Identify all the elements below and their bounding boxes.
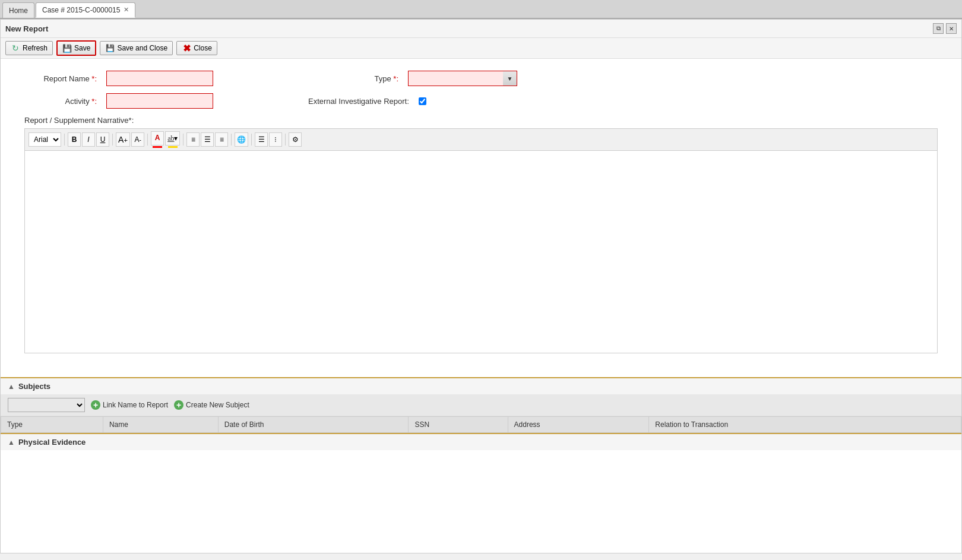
type-dropdown-btn[interactable]: ▼ (503, 71, 517, 86)
form-row-2: Activity *: External Investigative Repor… (24, 93, 938, 109)
tab-case[interactable]: Case # 2015-C-0000015 ✕ (36, 2, 135, 18)
create-subject-label: Create New Subject (186, 401, 249, 409)
rte-divider-4 (183, 134, 183, 145)
col-dob: Date of Birth (218, 417, 409, 433)
rte-container: Arial B I U A+ A- A (24, 128, 938, 353)
rte-divider-7 (285, 134, 286, 145)
type-input[interactable] (408, 71, 503, 86)
close-label: Close (194, 44, 212, 52)
physical-evidence-collapse-icon: ▲ (8, 438, 15, 447)
rte-underline-btn[interactable]: U (96, 132, 109, 147)
rte-divider-3 (147, 134, 148, 145)
font-color-btn-wrap: A (151, 131, 164, 148)
rte-align-center-btn[interactable]: ☰ (201, 132, 214, 147)
subjects-table-header-row: Type Name Date of Birth SSN Address Rela… (1, 417, 961, 433)
rte-image-btn[interactable]: 🌐 (235, 132, 248, 147)
tab-home-label: Home (9, 7, 28, 15)
save-close-label: Save and Close (117, 44, 167, 52)
col-relation: Relation to Transaction (649, 417, 961, 433)
tab-home[interactable]: Home (2, 2, 34, 18)
window-area: New Report ⧉ ✕ ↻ Refresh 💾 Save 💾 Save a… (0, 19, 962, 553)
rte-divider-6 (251, 134, 252, 145)
rte-font-increase-btn[interactable]: A+ (116, 132, 130, 147)
physical-evidence-header[interactable]: ▲ Physical Evidence (1, 433, 961, 450)
form-area: Report Name *: Type *: ▼ (1, 59, 961, 377)
form-row-1: Report Name *: Type *: ▼ (24, 71, 938, 86)
window-controls: ⧉ ✕ (933, 23, 957, 34)
save-close-icon: 💾 (105, 43, 115, 53)
rte-divider-2 (112, 134, 113, 145)
subjects-section-header[interactable]: ▲ Subjects (1, 378, 961, 394)
window-close-btn[interactable]: ✕ (946, 23, 957, 34)
create-subject-btn[interactable]: + Create New Subject (174, 400, 249, 410)
refresh-label: Refresh (23, 44, 48, 52)
rte-unordered-list-btn[interactable]: ⁝ (269, 132, 282, 147)
save-icon: 💾 (62, 43, 72, 53)
save-close-button[interactable]: 💾 Save and Close (100, 41, 173, 55)
link-plus-icon: + (91, 400, 100, 410)
subjects-table: Type Name Date of Birth SSN Address Rela… (1, 416, 961, 433)
rte-toolbar: Arial B I U A+ A- A (25, 129, 937, 151)
save-label: Save (74, 44, 90, 52)
narrative-label: Report / Supplement Narrative*: (24, 116, 134, 125)
report-name-required: *: (91, 74, 97, 83)
window-title: New Report (5, 24, 48, 33)
rte-font-color-btn[interactable]: A (151, 131, 164, 145)
tab-case-close-icon[interactable]: ✕ (124, 6, 129, 14)
physical-evidence-title: Physical Evidence (18, 438, 86, 447)
subjects-section: ▲ Subjects + Link Name to Report + Creat… (1, 378, 961, 433)
rte-divider-1 (64, 134, 65, 145)
col-type: Type (1, 417, 103, 433)
activity-input[interactable] (106, 93, 213, 109)
type-group: Type *: ▼ (368, 71, 517, 86)
activity-required: *: (91, 97, 97, 106)
col-name: Name (103, 417, 218, 433)
close-button[interactable]: ✖ Close (176, 41, 217, 55)
highlight-color-btn-wrap: ab▾ (165, 131, 180, 148)
report-name-label: Report Name *: (24, 74, 102, 83)
subjects-collapse-icon: ▲ (8, 382, 15, 391)
rte-highlight-btn[interactable]: ab▾ (165, 131, 180, 145)
subjects-section-title: Subjects (18, 382, 50, 391)
col-ssn: SSN (409, 417, 508, 433)
link-name-label: Link Name to Report (103, 401, 168, 409)
font-select[interactable]: Arial (29, 132, 61, 147)
narrative-label-row: Report / Supplement Narrative*: (24, 116, 938, 125)
activity-group: Activity *: (24, 93, 213, 109)
activity-label: Activity *: (24, 97, 102, 106)
main-content-area: Report Name *: Type *: ▼ (1, 59, 961, 450)
rte-content-area[interactable] (25, 151, 937, 353)
rte-font-decrease-btn[interactable]: A- (131, 132, 144, 147)
tab-case-label: Case # 2015-C-0000015 (42, 6, 120, 14)
subjects-toolbar: + Link Name to Report + Create New Subje… (1, 394, 961, 416)
tab-bar: Home Case # 2015-C-0000015 ✕ (0, 0, 962, 19)
refresh-icon: ↻ (11, 43, 20, 53)
toolbar: ↻ Refresh 💾 Save 💾 Save and Close ✖ Clos… (1, 38, 961, 59)
font-color-bar-red (153, 146, 162, 148)
type-required: *: (393, 74, 398, 83)
external-inv-checkbox[interactable] (419, 97, 426, 105)
report-name-input[interactable] (106, 71, 213, 86)
rte-align-left-btn[interactable]: ≡ (186, 132, 200, 147)
window-title-bar: New Report ⧉ ✕ (1, 20, 961, 38)
rte-align-right-btn[interactable]: ≡ (215, 132, 228, 147)
close-icon: ✖ (182, 43, 191, 53)
rte-italic-btn[interactable]: I (82, 132, 95, 147)
external-inv-label: External Investigative Report: (308, 97, 414, 106)
rte-divider-5 (231, 134, 232, 145)
rte-bold-btn[interactable]: B (68, 132, 81, 147)
highlight-color-bar (168, 146, 178, 148)
link-name-btn[interactable]: + Link Name to Report (91, 400, 168, 410)
rte-special-btn[interactable]: ⚙ (289, 132, 302, 147)
report-name-group: Report Name *: (24, 71, 213, 86)
type-select-wrap: ▼ (408, 71, 517, 86)
col-address: Address (508, 417, 649, 433)
external-inv-group: External Investigative Report: (308, 97, 426, 106)
save-button[interactable]: 💾 Save (56, 40, 96, 56)
rte-ordered-list-btn[interactable]: ☰ (255, 132, 268, 147)
window-restore-btn[interactable]: ⧉ (933, 23, 944, 34)
refresh-button[interactable]: ↻ Refresh (5, 41, 53, 55)
create-plus-icon: + (174, 400, 183, 410)
subjects-dropdown[interactable] (8, 398, 85, 412)
type-label: Type *: (368, 74, 403, 83)
